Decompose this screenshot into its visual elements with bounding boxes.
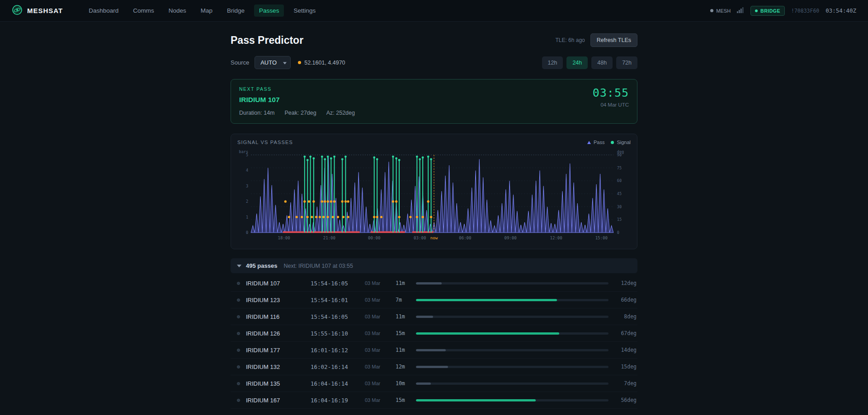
svg-text:06:00: 06:00	[459, 236, 471, 240]
pass-row[interactable]: IRIDIUM 13216:02-16:1403 Mar12m15deg	[231, 359, 637, 375]
chevron-down-icon	[237, 265, 241, 267]
mesh-status-dot-icon	[710, 9, 713, 12]
elevation-bar-fill	[416, 366, 448, 368]
elevation-bar-track	[416, 399, 609, 401]
svg-text:2: 2	[246, 199, 248, 204]
source-select-wrap: AUTO	[255, 56, 291, 69]
pass-status-dot-icon	[237, 382, 240, 385]
range-button-24h[interactable]: 24h	[566, 56, 588, 69]
pass-time-range: 16:02-16:14	[311, 364, 365, 370]
elevation-bar-track	[416, 299, 609, 301]
next-pass-name[interactable]: IRIDIUM 107	[239, 96, 355, 104]
pass-peak-degrees: 14deg	[609, 347, 637, 353]
pass-duration: 7m	[396, 297, 416, 303]
nav-item-settings[interactable]: Settings	[288, 5, 321, 17]
pass-satellite-name: IRIDIUM 135	[246, 380, 311, 387]
range-button-48h[interactable]: 48h	[591, 56, 613, 69]
refresh-tles-button[interactable]: Refresh TLEs	[590, 33, 637, 47]
nav-status-cluster: MESH BRIDGE !70833F60 03:54:40Z	[710, 6, 856, 16]
bridge-badge-label: BRIDGE	[760, 8, 780, 14]
page-header: Pass Predictor TLE: 6h ago Refresh TLEs	[231, 33, 637, 47]
nav-item-map[interactable]: Map	[196, 5, 217, 17]
elevation-bar-fill	[416, 316, 433, 318]
signal-dot-icon	[611, 141, 614, 144]
elevation-bar-track	[416, 332, 609, 335]
pass-row[interactable]: IRIDIUM 17716:01-16:1203 Mar11m14deg	[231, 342, 637, 359]
node-id: !70833F60	[791, 8, 819, 14]
pass-time-range: 15:54-16:01	[311, 297, 365, 303]
elevation-bar-track	[416, 366, 609, 368]
pass-row[interactable]: IRIDIUM 12615:55-16:1003 Mar15m67deg	[231, 325, 637, 342]
pass-row[interactable]: IRIDIUM 11615:54-16:0503 Mar11m8deg	[231, 308, 637, 325]
nav-item-passes[interactable]: Passes	[254, 5, 284, 17]
controls-row: Source AUTO 52.1601, 4.4970 12h24h48h72h	[231, 56, 637, 69]
svg-text:30: 30	[617, 205, 622, 209]
signal-vs-passes-chart[interactable]: 18:0021:0000:0003:00now06:0009:0012:0015…	[237, 149, 631, 244]
elevation-bar-fill	[416, 382, 431, 385]
pass-duration: 11m	[396, 313, 416, 320]
pass-row[interactable]: IRIDIUM 12315:54-16:0103 Mar7m66deg	[231, 292, 637, 308]
bridge-badge[interactable]: BRIDGE	[750, 6, 785, 16]
pass-date: 03 Mar	[365, 397, 396, 403]
range-button-72h[interactable]: 72h	[616, 56, 637, 69]
pass-peak-degrees: 66deg	[609, 297, 637, 303]
coords: 52.1601, 4.4970	[298, 60, 345, 66]
pass-satellite-name: IRIDIUM 126	[246, 330, 311, 337]
elevation-bar-fill	[416, 399, 536, 401]
pass-row[interactable]: IRIDIUM 16716:04-16:1903 Mar15m56deg	[231, 392, 637, 409]
nav-item-comms[interactable]: Comms	[128, 5, 159, 17]
pass-status-dot-icon	[237, 399, 240, 402]
pass-time-range: 16:04-16:14	[311, 380, 365, 387]
passes-list-header[interactable]: 495 passes Next: IRIDIUM 107 at 03:55	[231, 258, 637, 273]
pass-peak-degrees: 67deg	[609, 330, 637, 336]
pass-date: 03 Mar	[365, 280, 396, 286]
elevation-bar-track	[416, 316, 609, 318]
pass-peak-degrees: 8deg	[609, 313, 637, 320]
pass-date: 03 Mar	[365, 314, 396, 319]
source-select[interactable]: AUTO	[255, 56, 291, 69]
nav-item-nodes[interactable]: Nodes	[164, 5, 191, 17]
svg-text:bars: bars	[239, 149, 249, 154]
pass-date: 03 Mar	[365, 347, 396, 353]
coords-value: 52.1601, 4.4970	[304, 60, 345, 66]
pass-status-dot-icon	[237, 349, 240, 352]
nav-items: DashboardCommsNodesMapBridgePassesSettin…	[84, 5, 321, 17]
nav-item-dashboard[interactable]: Dashboard	[84, 5, 123, 17]
pass-duration: 12m	[396, 364, 416, 370]
pass-rows: IRIDIUM 10715:54-16:0503 Mar11m12degIRID…	[231, 275, 637, 409]
next-pass-countdown: 03:55	[593, 86, 629, 99]
pass-row[interactable]: IRIDIUM 10715:54-16:0503 Mar11m12deg	[231, 275, 637, 292]
pass-triangle-icon	[587, 141, 591, 144]
chart-legend: Pass Signal	[587, 140, 631, 145]
elevation-bar-fill	[416, 349, 446, 351]
main-content: Pass Predictor TLE: 6h ago Refresh TLEs …	[231, 22, 637, 409]
pass-duration: 15m	[396, 330, 416, 336]
meshsat-logo-icon	[12, 5, 23, 17]
pass-time-range: 15:55-16:10	[311, 330, 365, 337]
svg-text:09:00: 09:00	[504, 236, 516, 240]
location-dot-icon	[298, 61, 301, 64]
pass-time-range: 16:01-16:12	[311, 347, 365, 354]
pass-satellite-name: IRIDIUM 132	[246, 364, 311, 370]
brand-name: MESHSAT	[27, 7, 63, 14]
pass-duration: 15m	[396, 397, 416, 403]
passes-count: 495 passes	[246, 262, 277, 269]
pass-date: 03 Mar	[365, 331, 396, 336]
pass-peak-degrees: 7deg	[609, 380, 637, 387]
svg-text:0: 0	[617, 230, 619, 235]
pass-peak-degrees: 12deg	[609, 280, 637, 286]
range-button-12h[interactable]: 12h	[542, 56, 563, 69]
brand[interactable]: MESHSAT	[12, 5, 63, 17]
pass-satellite-name: IRIDIUM 116	[246, 313, 311, 320]
nav-item-bridge[interactable]: Bridge	[222, 5, 250, 17]
source-label: Source	[231, 59, 249, 66]
pass-date: 03 Mar	[365, 364, 396, 369]
svg-text:15:00: 15:00	[595, 236, 608, 240]
pass-time-range: 15:54-16:05	[311, 313, 365, 320]
signal-bars-icon	[737, 7, 744, 15]
pass-satellite-name: IRIDIUM 177	[246, 347, 311, 354]
pass-date: 03 Mar	[365, 381, 396, 386]
pass-row[interactable]: IRIDIUM 13516:04-16:1403 Mar10m7deg	[231, 375, 637, 392]
tle-age-text: TLE: 6h ago	[555, 37, 585, 43]
pass-status-dot-icon	[237, 332, 240, 335]
